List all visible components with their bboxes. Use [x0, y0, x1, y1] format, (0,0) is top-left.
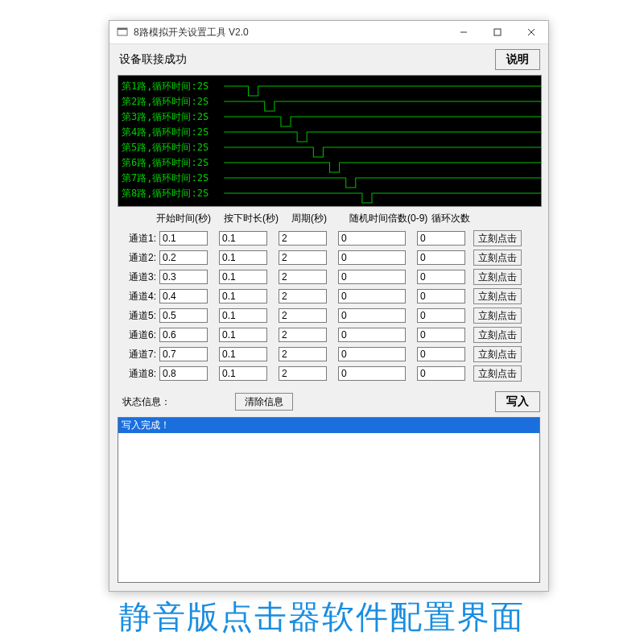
click-now-button[interactable]: 立刻点击	[473, 288, 522, 304]
loop-count-input[interactable]	[417, 250, 465, 265]
click-now-button[interactable]: 立刻点击	[473, 346, 522, 362]
wave-label-6: 第6路,循环时间:2S	[122, 158, 208, 167]
loop-count-input[interactable]	[417, 231, 465, 246]
svg-rect-1	[118, 28, 127, 30]
channel-row-3: 通道3:立刻点击	[118, 269, 540, 285]
log-entry: 写入完成！	[118, 418, 539, 433]
press-length-input[interactable]	[219, 231, 267, 246]
help-button[interactable]: 说明	[495, 49, 540, 70]
col-start-time: 开始时间(秒)	[156, 212, 224, 225]
press-length-input[interactable]	[219, 328, 267, 342]
loop-count-input[interactable]	[417, 328, 465, 342]
svg-line-5	[528, 29, 535, 35]
col-loop-count: 循环次数	[431, 212, 489, 225]
random-mult-input[interactable]	[338, 289, 406, 303]
channel-label: 通道6:	[118, 328, 159, 342]
loop-count-input[interactable]	[417, 366, 465, 381]
svg-line-4	[528, 29, 535, 35]
wave-label-8: 第8路,循环时间:2S	[122, 188, 208, 198]
press-length-input[interactable]	[219, 366, 267, 381]
press-length-input[interactable]	[219, 270, 267, 284]
loop-count-input[interactable]	[417, 289, 465, 303]
titlebar: 8路模拟开关设置工具 V2.0	[109, 21, 548, 44]
channel-row-6: 通道6:立刻点击	[118, 327, 540, 343]
start-time-input[interactable]	[159, 231, 208, 246]
start-time-input[interactable]	[159, 308, 208, 323]
wave-label-1: 第1路,循环时间:2S	[122, 81, 208, 91]
start-time-input[interactable]	[159, 347, 208, 361]
period-input[interactable]	[279, 328, 327, 342]
channel-row-2: 通道2:立刻点击	[118, 250, 540, 266]
status-info-label: 状态信息：	[118, 395, 180, 409]
click-now-button[interactable]: 立刻点击	[473, 250, 522, 266]
wave-label-5: 第5路,循环时间:2S	[122, 142, 208, 152]
wave-label-2: 第2路,循环时间:2S	[122, 97, 208, 106]
channel-label: 通道4:	[118, 290, 159, 303]
period-input[interactable]	[279, 366, 327, 381]
channel-row-1: 通道1:立刻点击	[118, 230, 540, 246]
loop-count-input[interactable]	[417, 347, 465, 361]
wave-label-7: 第7路,循环时间:2S	[122, 173, 208, 183]
channel-row-5: 通道5:立刻点击	[118, 308, 540, 324]
channel-label: 通道1:	[118, 232, 159, 246]
start-time-input[interactable]	[159, 289, 208, 303]
wave-label-3: 第3路,循环时间:2S	[122, 112, 208, 122]
press-length-input[interactable]	[219, 308, 267, 323]
loop-count-input[interactable]	[417, 270, 465, 284]
app-window: 8路模拟开关设置工具 V2.0 设备联接成功 说明	[109, 20, 549, 592]
click-now-button[interactable]: 立刻点击	[473, 327, 522, 343]
random-mult-input[interactable]	[338, 347, 406, 361]
window-title: 8路模拟开关设置工具 V2.0	[134, 26, 447, 39]
status-log[interactable]: 写入完成！	[118, 417, 540, 583]
random-mult-input[interactable]	[338, 231, 406, 246]
channel-label: 通道5:	[118, 309, 159, 323]
press-length-input[interactable]	[219, 250, 267, 265]
random-mult-input[interactable]	[338, 308, 406, 323]
period-input[interactable]	[279, 250, 327, 265]
col-press-length: 按下时长(秒)	[224, 212, 291, 225]
channel-row-8: 通道8:立刻点击	[118, 365, 540, 382]
column-headers: 开始时间(秒) 按下时长(秒) 周期(秒) 随机时间倍数(0-9) 循环次数	[118, 212, 540, 225]
app-icon	[116, 26, 129, 39]
col-random-mult: 随机时间倍数(0-9)	[349, 212, 431, 225]
start-time-input[interactable]	[159, 250, 208, 265]
write-button[interactable]: 写入	[495, 391, 540, 412]
start-time-input[interactable]	[159, 270, 208, 284]
channel-label: 通道3:	[118, 270, 159, 284]
wave-label-4: 第4路,循环时间:2S	[122, 127, 208, 137]
close-button[interactable]	[514, 21, 548, 43]
press-length-input[interactable]	[219, 289, 267, 303]
click-now-button[interactable]: 立刻点击	[473, 269, 522, 285]
channel-label: 通道2:	[118, 251, 159, 265]
period-input[interactable]	[279, 231, 327, 246]
random-mult-input[interactable]	[338, 270, 406, 284]
window-buttons	[447, 21, 548, 43]
image-caption: 静音版点击器软件配置界面	[0, 595, 644, 639]
loop-count-input[interactable]	[417, 308, 465, 323]
random-mult-input[interactable]	[338, 328, 406, 342]
channel-label: 通道8:	[118, 367, 159, 381]
random-mult-input[interactable]	[338, 366, 406, 381]
click-now-button[interactable]: 立刻点击	[473, 230, 522, 246]
period-input[interactable]	[279, 270, 327, 284]
minimize-button[interactable]	[447, 21, 481, 43]
click-now-button[interactable]: 立刻点击	[473, 308, 522, 324]
start-time-input[interactable]	[159, 366, 208, 381]
channel-row-4: 通道4:立刻点击	[118, 288, 540, 304]
click-now-button[interactable]: 立刻点击	[473, 365, 522, 382]
col-period: 周期(秒)	[291, 212, 349, 225]
clear-log-button[interactable]: 清除信息	[235, 393, 293, 411]
press-length-input[interactable]	[219, 347, 267, 361]
channel-row-7: 通道7:立刻点击	[118, 346, 540, 362]
svg-rect-3	[494, 29, 501, 35]
client-area: 设备联接成功 说明 第1路,循环时间:2S	[109, 44, 548, 591]
waveform-display: 第1路,循环时间:2S 第2路,循环时间:2S 第3路,循环时间:2S 第4路,…	[118, 75, 542, 207]
maximize-button[interactable]	[481, 21, 514, 43]
period-input[interactable]	[279, 308, 327, 323]
device-status-label: 设备联接成功	[118, 52, 187, 67]
period-input[interactable]	[279, 289, 327, 303]
period-input[interactable]	[279, 347, 327, 361]
random-mult-input[interactable]	[338, 250, 406, 265]
channel-label: 通道7:	[118, 348, 159, 361]
start-time-input[interactable]	[159, 328, 208, 342]
